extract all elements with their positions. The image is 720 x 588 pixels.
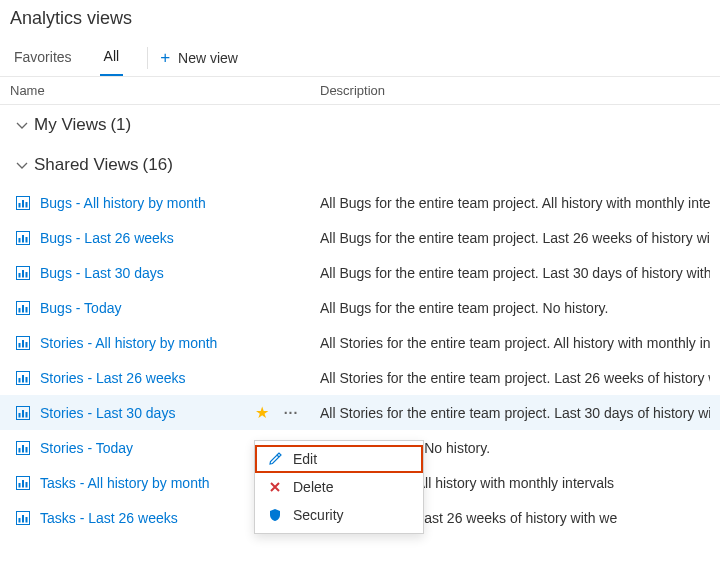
view-description: All Stories for the entire team project.…	[320, 335, 710, 351]
section-my-views-label: My Views	[34, 115, 106, 135]
svg-rect-37	[19, 518, 21, 523]
new-view-label: New view	[178, 50, 238, 66]
col-name-header[interactable]: Name	[10, 83, 320, 98]
section-shared-views[interactable]: Shared Views (16)	[0, 145, 720, 185]
menu-edit[interactable]: Edit	[255, 445, 423, 473]
table-row[interactable]: Stories - All history by monthAll Storie…	[0, 325, 720, 360]
section-shared-views-count: (16)	[143, 155, 173, 175]
chart-icon	[16, 406, 34, 420]
table-row[interactable]: Bugs - Last 26 weeksAll Bugs for the ent…	[0, 220, 720, 255]
svg-rect-21	[19, 378, 21, 383]
svg-rect-19	[26, 342, 28, 348]
table-row[interactable]: Bugs - TodayAll Bugs for the entire team…	[0, 290, 720, 325]
svg-rect-1	[19, 203, 21, 208]
chart-icon	[16, 441, 34, 455]
chart-icon	[16, 301, 34, 315]
view-name-link[interactable]: Stories - All history by month	[40, 335, 250, 351]
svg-rect-39	[26, 517, 28, 523]
table-row[interactable]: Bugs - All history by monthAll Bugs for …	[0, 185, 720, 220]
svg-rect-7	[26, 237, 28, 243]
svg-rect-13	[19, 308, 21, 313]
svg-rect-38	[22, 515, 24, 523]
section-my-views-count: (1)	[110, 115, 131, 135]
svg-rect-5	[19, 238, 21, 243]
svg-rect-6	[22, 235, 24, 243]
more-actions-button[interactable]: ···	[274, 405, 308, 421]
svg-rect-15	[26, 307, 28, 313]
view-name-link[interactable]: Bugs - Today	[40, 300, 250, 316]
view-name-link[interactable]: Tasks - Last 26 weeks	[40, 510, 250, 526]
svg-rect-18	[22, 340, 24, 348]
view-name-link[interactable]: Stories - Last 26 weeks	[40, 370, 250, 386]
table-row[interactable]: Bugs - Last 30 daysAll Bugs for the enti…	[0, 255, 720, 290]
svg-rect-23	[26, 377, 28, 383]
table-row[interactable]: Stories - Last 26 weeksAll Stories for t…	[0, 360, 720, 395]
chart-icon	[16, 196, 34, 210]
section-shared-views-label: Shared Views	[34, 155, 139, 175]
svg-rect-3	[26, 202, 28, 208]
svg-rect-22	[22, 375, 24, 383]
view-description: All Bugs for the entire team project. La…	[320, 265, 710, 281]
svg-rect-33	[19, 483, 21, 488]
view-name-link[interactable]: Stories - Today	[40, 440, 250, 456]
col-desc-header[interactable]: Description	[320, 83, 710, 98]
tab-favorites[interactable]: Favorites	[10, 41, 76, 75]
menu-security-label: Security	[293, 507, 344, 523]
menu-delete-label: Delete	[293, 479, 333, 495]
view-description: All Bugs for the entire team project. Al…	[320, 195, 710, 211]
view-name-link[interactable]: Bugs - Last 26 weeks	[40, 230, 250, 246]
svg-rect-14	[22, 305, 24, 313]
view-description: All Bugs for the entire team project. La…	[320, 230, 710, 246]
view-name-link[interactable]: Tasks - All history by month	[40, 475, 250, 491]
close-icon	[265, 480, 285, 494]
svg-rect-31	[26, 447, 28, 453]
menu-security[interactable]: Security	[255, 501, 423, 529]
page-title: Analytics views	[0, 0, 720, 39]
shield-icon	[265, 508, 285, 522]
menu-edit-label: Edit	[293, 451, 317, 467]
svg-rect-34	[22, 480, 24, 488]
svg-rect-9	[19, 273, 21, 278]
plus-icon: +	[160, 49, 170, 66]
chart-icon	[16, 476, 34, 490]
chart-icon	[16, 371, 34, 385]
svg-rect-11	[26, 272, 28, 278]
table-row[interactable]: Stories - Last 30 days★···All Stories fo…	[0, 395, 720, 430]
tab-all[interactable]: All	[100, 40, 124, 76]
svg-rect-25	[19, 413, 21, 418]
chart-icon	[16, 511, 34, 525]
svg-rect-2	[22, 200, 24, 208]
column-headers: Name Description	[0, 77, 720, 105]
chevron-down-icon	[16, 119, 28, 131]
view-description: All Stories for the entire team project.…	[320, 405, 710, 421]
view-description: All Stories for the entire team project.…	[320, 370, 710, 386]
svg-rect-30	[22, 445, 24, 453]
new-view-button[interactable]: + New view	[160, 49, 238, 66]
svg-rect-26	[22, 410, 24, 418]
chevron-down-icon	[16, 159, 28, 171]
view-description: All Bugs for the entire team project. No…	[320, 300, 710, 316]
pencil-icon	[265, 452, 285, 466]
section-my-views[interactable]: My Views (1)	[0, 105, 720, 145]
chart-icon	[16, 231, 34, 245]
tab-separator	[147, 47, 148, 69]
svg-rect-10	[22, 270, 24, 278]
view-name-link[interactable]: Bugs - All history by month	[40, 195, 250, 211]
svg-rect-29	[19, 448, 21, 453]
view-name-link[interactable]: Stories - Last 30 days	[40, 405, 250, 421]
svg-rect-27	[26, 412, 28, 418]
chart-icon	[16, 336, 34, 350]
menu-delete[interactable]: Delete	[255, 473, 423, 501]
svg-rect-17	[19, 343, 21, 348]
svg-rect-35	[26, 482, 28, 488]
star-icon[interactable]: ★	[250, 403, 274, 422]
context-menu: Edit Delete Security	[254, 440, 424, 534]
tabs-bar: Favorites All + New view	[0, 39, 720, 77]
view-name-link[interactable]: Bugs - Last 30 days	[40, 265, 250, 281]
chart-icon	[16, 266, 34, 280]
